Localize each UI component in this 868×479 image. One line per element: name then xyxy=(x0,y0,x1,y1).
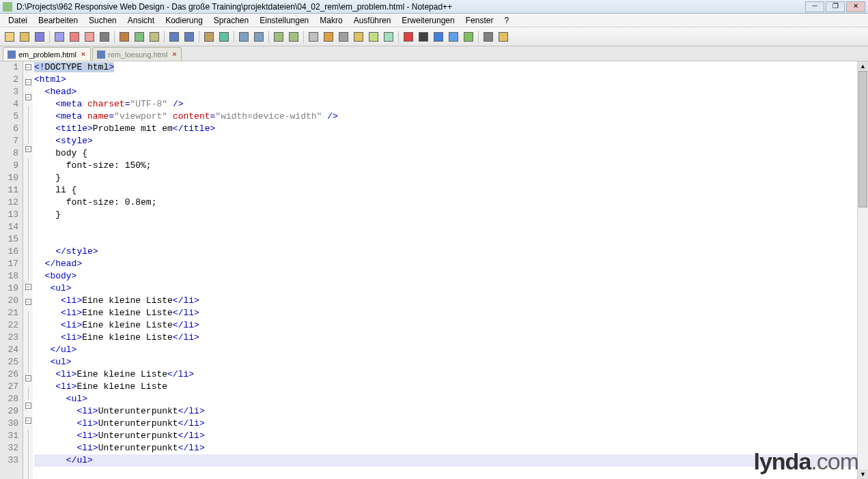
replace-icon[interactable] xyxy=(217,30,231,44)
spell-icon[interactable] xyxy=(481,30,495,44)
code-line[interactable]: </head> xyxy=(34,258,857,270)
code-line[interactable]: <li>Eine kleine Liste</li> xyxy=(34,295,857,307)
code-line[interactable]: font-size: 0.8em; xyxy=(34,197,857,209)
code-line[interactable]: <li>Eine kleine Liste</li> xyxy=(34,307,857,319)
stop-icon[interactable] xyxy=(417,30,430,44)
close-icon[interactable] xyxy=(68,30,81,44)
code-line[interactable]: <head> xyxy=(34,86,857,98)
fold-toggle-icon[interactable]: − xyxy=(25,79,31,85)
find-icon[interactable] xyxy=(202,30,216,44)
code-line[interactable]: </style> xyxy=(34,246,857,258)
menu-ausführen[interactable]: Ausführen xyxy=(350,14,395,27)
folder-icon[interactable] xyxy=(352,30,365,44)
fold-toggle-icon[interactable]: − xyxy=(25,299,31,305)
code-line[interactable]: <body> xyxy=(34,270,857,282)
menu-kodierung[interactable]: Kodierung xyxy=(161,14,207,27)
code-line[interactable]: } xyxy=(34,209,857,221)
menu-?[interactable]: ? xyxy=(500,14,513,27)
menu-sprachen[interactable]: Sprachen xyxy=(210,14,253,27)
code-line[interactable]: <style> xyxy=(34,135,857,147)
tab-close-icon[interactable]: × xyxy=(79,50,87,59)
code-line[interactable]: <meta name="viewport" content="width=dev… xyxy=(34,111,857,123)
code-line[interactable]: li { xyxy=(34,184,857,197)
zoom-in-icon[interactable] xyxy=(237,30,251,44)
menu-fenster[interactable]: Fenster xyxy=(462,14,498,27)
menu-makro[interactable]: Makro xyxy=(316,14,346,27)
scroll-up-button[interactable]: ▲ xyxy=(858,61,868,71)
code-line[interactable]: <li>Eine kleine Liste xyxy=(34,381,857,393)
code-line[interactable]: <li>Unterunterpunkt</li> xyxy=(34,442,857,454)
fold-toggle-icon[interactable]: − xyxy=(25,418,31,424)
minimize-button[interactable]: ─ xyxy=(805,1,824,12)
code-line[interactable]: <li>Unterunterpunkt</li> xyxy=(34,405,857,418)
close-window-button[interactable]: ✕ xyxy=(846,1,865,12)
undo-icon[interactable] xyxy=(167,30,181,44)
menu-bearbeiten[interactable]: Bearbeiten xyxy=(34,14,82,27)
play-multi-icon[interactable] xyxy=(447,30,460,44)
close-all-icon[interactable] xyxy=(83,30,96,44)
code-line[interactable]: <li>Unterunterpunkt</li> xyxy=(34,418,857,430)
paste-icon[interactable] xyxy=(148,30,161,44)
play-icon[interactable] xyxy=(432,30,445,44)
redo-icon[interactable] xyxy=(182,30,196,44)
save-macro-icon[interactable] xyxy=(462,30,475,44)
cut-icon[interactable] xyxy=(117,30,131,44)
fold-toggle-icon[interactable]: − xyxy=(25,284,31,290)
record-icon[interactable] xyxy=(402,30,415,44)
line-number: 15 xyxy=(0,233,18,246)
print-icon[interactable] xyxy=(98,30,111,44)
fold-column[interactable]: −−−−−−−−− xyxy=(23,61,33,479)
copy-icon[interactable] xyxy=(132,30,146,44)
save-icon[interactable] xyxy=(33,30,46,44)
code-line[interactable]: <li>Eine kleine Liste</li> xyxy=(34,319,857,332)
menu-datei[interactable]: Datei xyxy=(4,14,31,27)
menu-suchen[interactable]: Suchen xyxy=(85,14,121,27)
zoom-out-icon[interactable] xyxy=(252,30,266,44)
doc-map-icon[interactable] xyxy=(367,30,380,44)
save-all-icon[interactable] xyxy=(53,30,66,44)
fold-toggle-icon[interactable]: − xyxy=(25,146,31,152)
menu-erweiterungen[interactable]: Erweiterungen xyxy=(397,14,458,27)
indent-guide-icon[interactable] xyxy=(337,30,350,44)
sync-h-icon[interactable] xyxy=(287,30,300,44)
scroll-thumb[interactable] xyxy=(858,71,867,207)
menu-einstellungen[interactable]: Einstellungen xyxy=(255,14,313,27)
code-line[interactable]: <ul> xyxy=(34,282,857,295)
code-line[interactable]: </ul> xyxy=(34,344,857,356)
doc-switch-icon[interactable] xyxy=(496,30,510,44)
code-line[interactable]: <title>Probleme mit em</title> xyxy=(34,123,857,135)
function-list-icon[interactable] xyxy=(382,30,395,44)
code-line[interactable]: <!DOCTYPE html> xyxy=(34,61,857,74)
code-line[interactable]: <li>Eine kleine Liste</li> xyxy=(34,368,857,381)
code-line[interactable]: <ul> xyxy=(34,356,857,368)
show-all-icon[interactable] xyxy=(322,30,335,44)
code-line[interactable]: <li>Eine kleine Liste</li> xyxy=(34,332,857,344)
code-line[interactable]: font-size: 150%; xyxy=(34,160,857,172)
fold-toggle-icon[interactable]: − xyxy=(25,94,31,100)
code-line[interactable] xyxy=(34,233,857,246)
maximize-button[interactable]: ❐ xyxy=(826,1,845,12)
code-line[interactable]: body { xyxy=(34,147,857,160)
line-number: 24 xyxy=(0,344,18,356)
code-line[interactable] xyxy=(34,221,857,233)
wordwrap-icon[interactable] xyxy=(307,30,320,44)
scroll-down-button[interactable]: ▼ xyxy=(858,469,868,479)
code-line[interactable]: </ul> xyxy=(34,454,857,467)
tab-rem_loesung-html[interactable]: rem_loesung.html× xyxy=(92,47,182,61)
code-line[interactable]: } xyxy=(34,172,857,184)
fold-toggle-icon[interactable]: − xyxy=(25,375,31,381)
sync-v-icon[interactable] xyxy=(272,30,285,44)
code-line[interactable]: <ul> xyxy=(34,393,857,405)
tab-em_problem-html[interactable]: em_problem.html× xyxy=(3,47,91,61)
tab-close-icon[interactable]: × xyxy=(170,50,178,59)
menu-ansicht[interactable]: Ansicht xyxy=(124,14,158,27)
code-editor[interactable]: <!DOCTYPE html><html> <head> <meta chars… xyxy=(33,61,857,479)
code-line[interactable]: <li>Unterunterpunkt</li> xyxy=(34,430,857,442)
code-line[interactable]: <html> xyxy=(34,74,857,86)
open-icon[interactable] xyxy=(18,30,31,44)
fold-toggle-icon[interactable]: − xyxy=(25,64,31,70)
code-line[interactable]: <meta charset="UTF-8" /> xyxy=(34,98,857,111)
new-file-icon[interactable] xyxy=(3,30,16,44)
vertical-scrollbar[interactable]: ▲ ▼ xyxy=(857,61,868,479)
fold-toggle-icon[interactable]: − xyxy=(25,403,31,409)
